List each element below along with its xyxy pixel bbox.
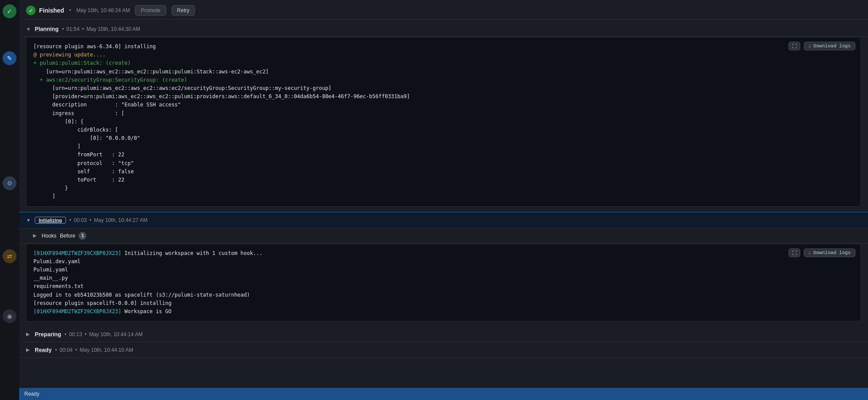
run-header: ✓ Finished • May 10th, 10:46:24 AM Promo…: [19, 0, 868, 20]
stage-initializing-meta: • 00:03 • May 10th, 10:44:27 AM: [69, 217, 148, 223]
download-icon: ↓: [809, 250, 812, 255]
initializing-expand-button[interactable]: ⛶: [789, 248, 800, 257]
dot-sep2: •: [85, 331, 86, 337]
avatar-icon: ◉: [7, 313, 12, 320]
status-bar-text: Ready: [24, 391, 40, 397]
stage-ready-duration: 00:04: [59, 347, 73, 353]
hooks-keyword: Before: [60, 233, 75, 239]
sidebar-icon-sync[interactable]: ⇄: [3, 249, 17, 263]
stage-planning-timestamp: May 10th, 10:44:30 AM: [86, 26, 140, 32]
chevron-ready: ▶: [26, 347, 31, 353]
chevron-initializing: ▼: [26, 218, 31, 223]
sidebar-icon-check[interactable]: ✓: [3, 4, 17, 18]
chevron-planning: ▼: [26, 26, 31, 32]
stage-ready-header[interactable]: ▶ Ready • 00:04 • May 10th, 10:44:10 AM: [19, 342, 868, 358]
stage-initializing-duration: 00:03: [74, 217, 87, 223]
stage-ready-name: Ready: [35, 347, 52, 353]
stage-planning-meta: • 01:54 • May 10th, 10:44:30 AM: [62, 26, 140, 32]
sidebar-icon-gear[interactable]: ⚙: [3, 176, 17, 190]
stage-preparing-duration: 00:13: [69, 331, 82, 337]
stage-preparing: ▶ Preparing • 00:13 • May 10th, 10:44:14…: [19, 327, 868, 342]
retry-button[interactable]: Retry: [172, 5, 195, 16]
separator-dot: •: [69, 7, 71, 13]
initializing-download-label: Download logs: [813, 250, 851, 255]
dot-sep2: •: [75, 347, 77, 353]
sync-icon: ⇄: [7, 253, 12, 260]
stage-initializing-content: ▶ Hooks Before 1 ⛶ ↓ Download logs [01HX…: [19, 228, 868, 322]
status-check-circle: ✓: [26, 6, 36, 15]
dot-sep: •: [65, 331, 66, 337]
chevron-preparing: ▶: [26, 331, 31, 337]
gear-icon: ⚙: [7, 180, 13, 187]
dot-sep: •: [55, 347, 57, 353]
stage-planning-content: ⛶ ↓ Download logs [resource plugin aws-6…: [19, 37, 868, 207]
download-icon: ↓: [809, 43, 812, 49]
initializing-log-toolbar: ⛶ ↓ Download logs: [789, 248, 855, 257]
dot-sep2: •: [89, 217, 91, 223]
stage-planning-name: Planning: [35, 26, 59, 32]
stage-preparing-meta: • 00:13 • May 10th, 10:44:14 AM: [65, 331, 143, 337]
stage-preparing-header[interactable]: ▶ Preparing • 00:13 • May 10th, 10:44:14…: [19, 327, 868, 342]
planning-download-button[interactable]: ↓ Download logs: [804, 42, 855, 50]
hooks-label: Hooks: [42, 233, 56, 239]
stage-initializing-name: Initializing: [35, 217, 66, 224]
dot-sep2: •: [82, 26, 84, 32]
stages-container: ▼ Planning • 01:54 • May 10th, 10:44:30 …: [19, 20, 868, 358]
status-badge: ✓ Finished: [26, 6, 64, 15]
initializing-log-pre: [01HXF894MD2TWZF39CXBP8JX23] Initializin…: [33, 249, 854, 316]
planning-log-pre: [resource plugin aws-6.34.0] installing …: [33, 43, 854, 201]
stage-initializing: ▼ Initializing • 00:03 • May 10th, 10:44…: [19, 212, 868, 322]
main-content: ✓ Finished • May 10th, 10:46:24 AM Promo…: [19, 0, 868, 400]
stage-initializing-timestamp: May 10th, 10:44:27 AM: [94, 217, 147, 223]
dot-sep: •: [69, 217, 71, 223]
dot-sep: •: [62, 26, 64, 32]
hooks-before-row[interactable]: ▶ Hooks Before 1: [19, 228, 868, 244]
stage-ready-timestamp: May 10th, 10:44:10 AM: [79, 347, 133, 353]
stage-preparing-timestamp: May 10th, 10:44:14 AM: [89, 331, 142, 337]
promote-button[interactable]: Promote: [135, 5, 166, 16]
stage-planning-duration: 01:54: [66, 26, 79, 32]
stage-ready-meta: • 00:04 • May 10th, 10:44:10 AM: [55, 347, 133, 353]
edit-icon: ✎: [7, 55, 12, 62]
stage-preparing-name: Preparing: [35, 331, 61, 337]
initializing-log-block: ⛶ ↓ Download logs [01HXF894MD2TWZF39CXBP…: [26, 244, 861, 322]
sidebar-icon-avatar[interactable]: ◉: [3, 309, 17, 323]
planning-log-block: ⛶ ↓ Download logs [resource plugin aws-6…: [26, 37, 861, 207]
stage-planning-header[interactable]: ▼ Planning • 01:54 • May 10th, 10:44:30 …: [19, 21, 868, 37]
hooks-count-badge: 1: [79, 232, 86, 240]
sidebar: ✓ ✎ ⚙ ⇄ ◉: [0, 0, 19, 400]
stage-initializing-header[interactable]: ▼ Initializing • 00:03 • May 10th, 10:44…: [19, 212, 868, 228]
sidebar-icon-edit[interactable]: ✎: [3, 51, 17, 65]
status-bar: Ready: [19, 388, 868, 400]
planning-log-toolbar: ⛶ ↓ Download logs: [789, 42, 855, 50]
check-icon: ✓: [29, 7, 33, 14]
planning-download-label: Download logs: [813, 43, 851, 49]
stage-ready: ▶ Ready • 00:04 • May 10th, 10:44:10 AM: [19, 342, 868, 358]
planning-expand-button[interactable]: ⛶: [789, 42, 800, 50]
stage-planning: ▼ Planning • 01:54 • May 10th, 10:44:30 …: [19, 21, 868, 207]
check-icon: ✓: [7, 8, 12, 15]
status-label: Finished: [39, 7, 64, 14]
chevron-hooks: ▶: [33, 233, 38, 238]
run-timestamp: May 10th, 10:46:24 AM: [76, 7, 130, 13]
initializing-download-button[interactable]: ↓ Download logs: [804, 248, 855, 257]
